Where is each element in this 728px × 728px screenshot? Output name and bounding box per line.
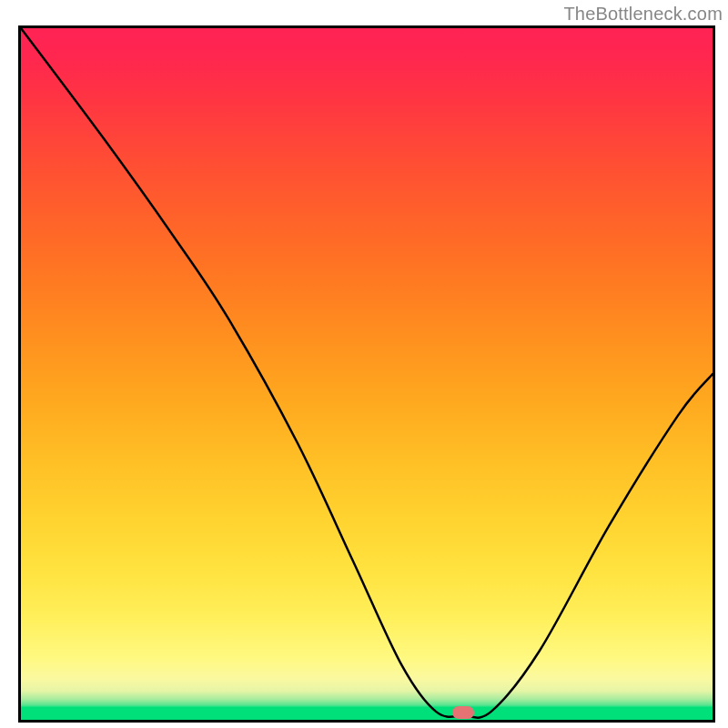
- watermark: TheBottleneck.com: [563, 4, 723, 25]
- bottleneck-curve: [21, 28, 713, 720]
- bottleneck-chart: [18, 25, 715, 723]
- optimal-marker: [452, 706, 474, 719]
